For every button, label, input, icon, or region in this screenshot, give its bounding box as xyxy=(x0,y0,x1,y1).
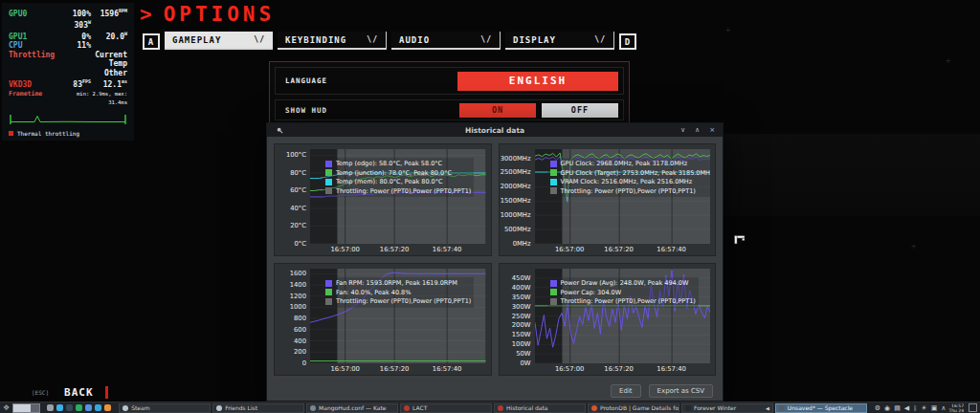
legend-entry: VRAM Clock: 2516.0MHz, Peak 2516.0MHz xyxy=(550,178,711,186)
x-axis-tick-label: 16:57:00 xyxy=(555,365,585,373)
tab-label: KEYBINDING xyxy=(285,35,346,45)
esc-key-hint: [ESC] xyxy=(32,389,49,396)
chart-plot-area[interactable]: Temp (edge): 58.0°C, Peak 58.0°CTemp (ju… xyxy=(310,149,486,244)
tab-display[interactable]: DISPLAY\/ xyxy=(505,32,614,50)
task-button[interactable]: LACT xyxy=(400,403,492,413)
tab-gameplay[interactable]: GAMEPLAY\/ xyxy=(165,32,273,50)
browser-icon[interactable] xyxy=(85,404,92,411)
export-csv-button[interactable]: Export as CSV xyxy=(649,384,713,398)
task-label: Forever Winter xyxy=(694,404,736,411)
y-axis-tick-label: 600 xyxy=(294,326,306,334)
show-hud-off-button[interactable]: OFF xyxy=(542,103,618,118)
firefox-icon[interactable] xyxy=(104,404,111,411)
updates-tray-icon[interactable]: ⚙ xyxy=(875,404,880,412)
chart-legend: GPU Clock: 2968.0MHz, Peak 3178.0MHzGPU … xyxy=(547,158,711,197)
quick-launch-icons xyxy=(47,404,111,411)
x-axis: 16:57:0016:57:2016:57:40 xyxy=(535,363,711,375)
y-axis-tick-label: 500MHz xyxy=(504,226,531,233)
system-monitor-icon[interactable] xyxy=(76,404,82,411)
task-button[interactable]: Unsaved* — Spectacle xyxy=(775,403,867,413)
prev-tab-key-hint[interactable]: A xyxy=(143,33,160,50)
maximize-button[interactable]: ∧ xyxy=(695,126,700,134)
cursor-tool-icon[interactable] xyxy=(47,404,54,411)
y-axis-tick-label: 0 xyxy=(302,359,306,367)
legend-label: Power Cap: 304.0W xyxy=(561,289,622,297)
tab-audio[interactable]: AUDIO\/ xyxy=(391,32,501,50)
telegram-icon[interactable] xyxy=(95,404,101,411)
background-texture-band xyxy=(724,134,980,216)
vkd3d-label: VKD3D xyxy=(9,80,58,90)
clipboard-tray-icon[interactable]: ▤ xyxy=(894,404,901,412)
legend-label: Temp (edge): 58.0°C, Peak 58.0°C xyxy=(336,160,442,168)
x-axis-tick-label: 16:57:40 xyxy=(657,246,686,253)
desktop-pager[interactable] xyxy=(12,403,40,413)
window-footer: Edit Export as CSV xyxy=(267,381,723,401)
x-axis: 16:57:0016:57:2016:57:40 xyxy=(535,244,711,255)
close-button[interactable]: × xyxy=(709,126,715,134)
back-control: [ESC] BACK xyxy=(32,386,108,399)
task-label: Unsaved* — Spectacle xyxy=(788,404,853,411)
file-manager-icon[interactable] xyxy=(56,404,63,411)
task-label: LACT xyxy=(412,404,427,411)
task-button[interactable]: Historical data xyxy=(494,403,586,413)
task-app-icon xyxy=(216,405,222,411)
back-button[interactable]: BACK xyxy=(64,386,94,399)
language-value-button[interactable]: ENGLISH xyxy=(457,72,618,91)
chart-plot-area[interactable]: Power Draw (Avg): 248.0W, Peak 494.0WPow… xyxy=(535,269,711,363)
y-axis-tick-label: 200W xyxy=(512,321,531,329)
legend-entry: Throttling: Power (PPT0),Power (PPT0,PPT… xyxy=(325,187,471,196)
chart-legend: Fan RPM: 1593.0RPM, Peak 1619.0RPMFan: 4… xyxy=(323,277,474,308)
app-launcher-icon[interactable]: ❖ xyxy=(3,404,10,412)
y-axis-tick-label: 150W xyxy=(512,331,531,338)
pin-icon[interactable] xyxy=(277,127,283,134)
tray-expander-icon[interactable]: ∧ xyxy=(941,404,946,412)
task-button[interactable]: ProtonDB | Game Details for Th… xyxy=(588,403,679,413)
legend-entry: Power Cap: 304.0W xyxy=(550,289,696,297)
thermal-throttling-label: Thermal throttling xyxy=(17,129,79,139)
chart-plot-area[interactable]: Fan RPM: 1593.0RPM, Peak 1619.0RPMFan: 4… xyxy=(310,269,486,363)
task-label: MangoHud.conf — Kate xyxy=(319,404,386,411)
bluetooth-tray-icon[interactable]: ᛒ xyxy=(913,404,917,412)
hud-gpu1-row: GPU1 0% 20.0W xyxy=(9,30,127,41)
mouse-cursor xyxy=(734,235,747,247)
window-controls: ∨ ∧ × xyxy=(680,126,715,134)
volume-tray-icon[interactable]: ◀ xyxy=(904,404,909,412)
window-titlebar[interactable]: Historical data ∨ ∧ × xyxy=(267,123,723,137)
options-tab-bar: A GAMEPLAY\/KEYBINDING\/AUDIO\/DISPLAY\/… xyxy=(143,32,636,51)
y-axis-tick-label: 300W xyxy=(512,303,531,311)
display-tray-icon[interactable]: ▣ xyxy=(931,404,938,412)
throttling-line-current: Current xyxy=(76,51,127,60)
minimize-button[interactable]: ∨ xyxy=(680,126,685,134)
x-axis-tick-label: 16:57:40 xyxy=(657,365,686,373)
legend-entry: Throttling: Power (PPT0),Power (PPT0,PPT… xyxy=(325,297,471,306)
task-label: Steam xyxy=(131,404,149,411)
fan-chart: 02004006008001000120014001600 Fan RPM: 1… xyxy=(274,263,492,376)
gpu1-power: 20.0W xyxy=(91,30,127,41)
show-hud-on-button[interactable]: ON xyxy=(459,103,536,118)
legend-color-swatch xyxy=(550,187,557,194)
y-axis: 02004006008001000120014001600 xyxy=(276,269,310,363)
x-axis-tick-label: 16:57:20 xyxy=(604,365,634,373)
task-button[interactable]: Friends List xyxy=(212,403,304,413)
y-axis-tick-label: 3000MHz xyxy=(501,155,531,163)
task-button[interactable]: Forever Winter◀ xyxy=(681,403,773,413)
tab-keybinding[interactable]: KEYBINDING\/ xyxy=(278,32,387,50)
chart-plot-area[interactable]: GPU Clock: 2968.0MHz, Peak 3178.0MHzGPU … xyxy=(535,149,711,244)
audio-playing-icon[interactable]: ◀ xyxy=(766,405,769,411)
taskbar-clock[interactable]: 16:57 Thu 24 xyxy=(948,403,964,413)
task-button[interactable]: MangoHud.conf — Kate xyxy=(306,403,398,413)
edit-button[interactable]: Edit xyxy=(611,384,641,398)
show-desktop-button[interactable] xyxy=(969,403,977,412)
steam-tray-icon[interactable]: ◉ xyxy=(884,404,890,412)
hud-cpu-row: CPU 11% xyxy=(9,41,127,51)
frametime-label: Frametime xyxy=(9,90,58,99)
task-button[interactable]: Steam xyxy=(119,403,211,413)
next-tab-key-hint[interactable]: D xyxy=(619,33,636,50)
legend-label: Temp (mem): 80.0°C, Peak 80.0°C xyxy=(336,178,443,186)
x-axis-tick-label: 16:57:40 xyxy=(433,365,462,373)
brightness-tray-icon[interactable]: ☀ xyxy=(921,404,926,412)
chart-legend: Temp (edge): 58.0°C, Peak 58.0°CTemp (ju… xyxy=(323,158,474,197)
frametime-graph xyxy=(9,111,127,127)
package-icon[interactable] xyxy=(66,404,73,411)
x-axis-tick-label: 16:57:00 xyxy=(330,246,360,253)
